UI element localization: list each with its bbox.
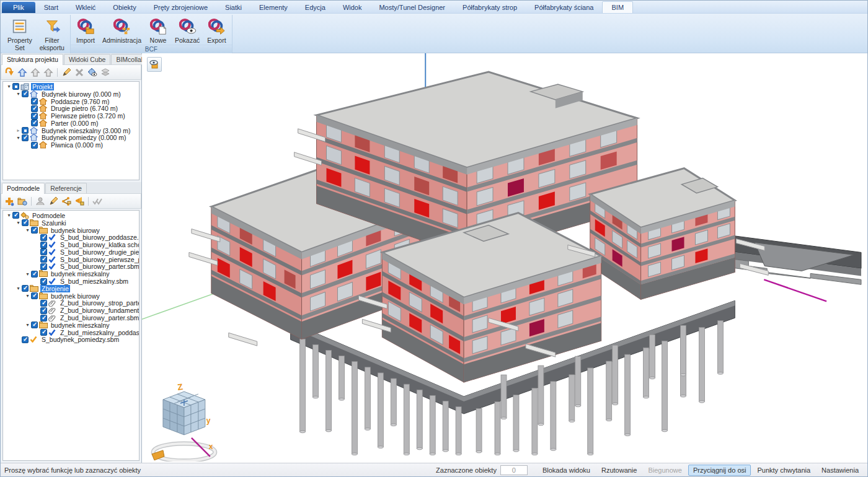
- tree-item[interactable]: Z_bud_biurowy_strop_parteru.sbm: [3, 300, 139, 307]
- ribbon-button-import[interactable]: Import: [73, 15, 99, 45]
- user-gray-icon[interactable]: [35, 196, 46, 207]
- tree-expander[interactable]: ▾: [24, 322, 31, 328]
- tree-checkbox-checked[interactable]: [31, 292, 38, 299]
- tree-item[interactable]: ▾Szalunki: [3, 219, 139, 227]
- edit-pencil-icon[interactable]: [61, 67, 72, 78]
- submodels-tree[interactable]: ▾Podmodele▾Szalunki▾budynek biurowyS_bud…: [2, 210, 140, 461]
- edit-pencil-icon[interactable]: [48, 196, 59, 207]
- tree-checkbox-checked[interactable]: [40, 300, 47, 307]
- tree-expander[interactable]: ▾: [15, 286, 22, 291]
- tree-item[interactable]: ▾Podmodele: [3, 212, 139, 219]
- menu-tab-widok[interactable]: Widok: [334, 2, 371, 13]
- menu-tab-bim[interactable]: BIM: [602, 1, 633, 13]
- status-toggle-przyciągnij-do-osi[interactable]: Przyciągnij do osi: [688, 465, 751, 476]
- tree-checkbox-checked[interactable]: [22, 285, 29, 292]
- tree-checkbox-checked[interactable]: [40, 234, 47, 241]
- tree-expander[interactable]: ▾: [24, 227, 31, 233]
- tree-checkbox-checked[interactable]: [31, 105, 38, 112]
- tree-item[interactable]: ▾Zbrojenie: [3, 285, 139, 292]
- gear-eye-icon[interactable]: [87, 67, 98, 78]
- status-toggle-punkty-chwytania[interactable]: Punkty chwytania: [752, 465, 815, 476]
- menu-tab-siatki[interactable]: Siatki: [216, 2, 250, 13]
- tree-item[interactable]: Parter (0.000 m): [3, 120, 139, 127]
- tree-checkbox-checked[interactable]: [40, 278, 47, 285]
- menu-tab-obiekty[interactable]: Obiekty: [104, 2, 144, 13]
- tree-item[interactable]: ▾Budynek pomiedzy (0.000 m): [3, 134, 139, 142]
- layers-gray-icon[interactable]: [100, 67, 111, 78]
- tree-item[interactable]: S_bud_biurowy_drugie_pietro.sbm: [3, 248, 139, 256]
- tree-checkbox-checked[interactable]: [31, 227, 38, 234]
- folder-gear-icon[interactable]: [17, 196, 28, 207]
- tree-item[interactable]: ▾Budynek biurowy (0.000 m): [3, 90, 139, 98]
- tree-checkbox-checked[interactable]: [31, 98, 38, 105]
- up-blue-icon[interactable]: [17, 67, 28, 78]
- tree-item[interactable]: S_bud_mieszkalny.sbm: [3, 278, 139, 285]
- tree-expander[interactable]: ▾: [6, 212, 12, 218]
- ribbon-button-property-set[interactable]: Property Set: [4, 15, 36, 52]
- navigation-cube[interactable]: Z y x: [152, 382, 215, 461]
- tree-checkbox-checked[interactable]: [31, 113, 38, 120]
- project-structure-tree[interactable]: ▾Projekt▾Budynek biurowy (0.000 m)Poddas…: [2, 81, 140, 180]
- tree-checkbox-checked[interactable]: [22, 90, 29, 97]
- tree-item[interactable]: Z_bud_biurowy_fundament.sbm: [3, 307, 139, 314]
- view-properties-button[interactable]: [147, 57, 162, 72]
- tree-checkbox-mixed[interactable]: [12, 83, 19, 90]
- tree-expander[interactable]: ▾: [15, 220, 22, 225]
- tree-item[interactable]: ▾Projekt: [3, 83, 139, 90]
- viewport-3d[interactable]: Z y x: [142, 53, 867, 463]
- status-toggle-blokada-widoku[interactable]: Blokada widoku: [538, 465, 595, 476]
- menu-tab-plik[interactable]: Plik: [2, 2, 35, 13]
- tree-item[interactable]: S_bud_biurowy_parter.sbm: [3, 263, 139, 271]
- tree-item[interactable]: ▾budynek biurowy: [3, 227, 139, 234]
- tree-checkbox-checked[interactable]: [40, 263, 47, 270]
- menu-tab-wklei-[interactable]: Wkleić: [67, 2, 104, 13]
- tree-item[interactable]: ▾budynek mieszkalny: [3, 322, 139, 329]
- tree-expander[interactable]: ▾: [24, 271, 31, 277]
- tree-item[interactable]: ▾budynek mieszkalny: [3, 270, 139, 278]
- share-lock-icon[interactable]: [61, 196, 72, 207]
- tree-checkbox-checked[interactable]: [40, 307, 47, 314]
- ribbon-button-nowe[interactable]: Nowe: [145, 15, 171, 45]
- tree-checkbox-checked[interactable]: [40, 248, 47, 255]
- tree-checkbox-checked[interactable]: [40, 329, 47, 336]
- tab-struktura-projektu[interactable]: Struktura projektu: [2, 54, 63, 65]
- tree-checkbox-checked[interactable]: [40, 242, 47, 248]
- tab-referencje[interactable]: Referencje: [45, 183, 87, 193]
- tree-item[interactable]: Z_bud_mieszkalny_poddasze.sbm: [3, 329, 139, 336]
- menu-tab-mosty-tunel-designer[interactable]: Mosty/Tunel Designer: [370, 2, 454, 13]
- tree-checkbox-checked[interactable]: [22, 336, 29, 343]
- tree-expander[interactable]: ▾: [15, 135, 22, 141]
- import-project-icon[interactable]: [4, 67, 15, 78]
- status-toggle-rzutowanie[interactable]: Rzutowanie: [596, 465, 642, 476]
- tree-item[interactable]: Drugie pietro (6.740 m): [3, 105, 139, 112]
- tree-item[interactable]: S_bud_biurowy_klatka schodowa.sb: [3, 241, 139, 248]
- tree-expander[interactable]: ▾: [15, 91, 22, 97]
- menu-tab-start[interactable]: Start: [35, 2, 67, 13]
- tree-expander[interactable]: ▾: [24, 293, 31, 299]
- tree-item[interactable]: Pierwsze pietro (3.720 m): [3, 112, 139, 120]
- tree-checkbox-checked[interactable]: [31, 271, 38, 278]
- tree-checkbox-checked[interactable]: [22, 134, 29, 141]
- tree-checkbox-checked[interactable]: [31, 120, 38, 126]
- menu-tab-elementy[interactable]: Elementy: [250, 2, 296, 13]
- tree-checkbox-checked[interactable]: [31, 322, 38, 328]
- tree-item[interactable]: S_bud_biurowy_pierwsze_pietro.sbm: [3, 256, 139, 263]
- up-gray-icon[interactable]: [30, 67, 41, 78]
- tree-checkbox-checked[interactable]: [40, 315, 47, 322]
- status-toggle-nastawienia[interactable]: Nastawienia: [817, 465, 864, 476]
- ribbon-button-administracja[interactable]: Administracja: [99, 15, 145, 45]
- tab-widoki-cube[interactable]: Widoki Cube: [64, 54, 111, 64]
- menu-tab-p-fabrykaty-strop[interactable]: Półfabrykaty strop: [454, 2, 526, 13]
- tree-expander[interactable]: ▾: [6, 84, 12, 89]
- up-gray2-icon[interactable]: [43, 67, 54, 78]
- announce-lock-icon[interactable]: [74, 196, 85, 207]
- menu-tab-pr-ty-zbrojeniowe[interactable]: Pręty zbrojeniowe: [145, 2, 216, 13]
- delete-x-icon[interactable]: [74, 67, 85, 78]
- tree-checkbox-checked[interactable]: [31, 142, 38, 149]
- tree-checkbox-checked[interactable]: [12, 212, 19, 219]
- tree-item[interactable]: Z_bud_biurowy_parter.sbm: [3, 314, 139, 322]
- apply-gray-icon[interactable]: [92, 196, 103, 207]
- ribbon-button-pokazać[interactable]: Pokazać: [171, 15, 203, 45]
- menu-tab-p-fabrykaty-ciana[interactable]: Półfabrykaty ściana: [526, 2, 602, 13]
- tree-item[interactable]: Poddasze (9.760 m): [3, 98, 139, 105]
